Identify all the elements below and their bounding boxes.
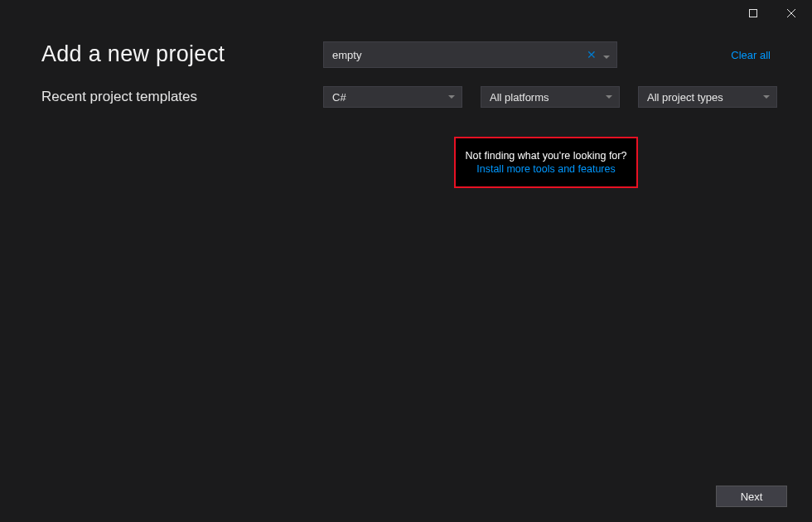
project-type-filter-value: All project types	[647, 91, 723, 104]
chevron-down-icon	[606, 95, 612, 99]
maximize-button[interactable]	[734, 0, 772, 27]
chevron-down-icon	[448, 95, 455, 99]
language-filter[interactable]: C#	[323, 86, 462, 108]
platform-filter-value: All platforms	[490, 91, 549, 104]
maximize-icon	[749, 9, 757, 17]
svg-rect-0	[750, 10, 757, 17]
next-button[interactable]: Next	[716, 486, 787, 507]
install-hint-callout: Not finding what you're looking for? Ins…	[454, 137, 638, 188]
chevron-down-icon	[603, 56, 610, 59]
window-titlebar	[0, 0, 812, 27]
search-input[interactable]	[324, 42, 583, 67]
clear-search-icon[interactable]: ✕	[583, 48, 600, 61]
clear-all-link[interactable]: Clear all	[731, 49, 771, 61]
recent-templates-heading: Recent project templates	[41, 89, 323, 105]
search-box[interactable]: ✕	[323, 41, 617, 68]
platform-filter[interactable]: All platforms	[481, 86, 620, 108]
search-dropdown-button[interactable]	[600, 47, 616, 62]
language-filter-value: C#	[332, 91, 346, 104]
page-title: Add a new project	[41, 41, 323, 67]
close-icon	[787, 9, 795, 17]
chevron-down-icon	[763, 95, 770, 99]
close-button[interactable]	[772, 0, 810, 27]
project-type-filter[interactable]: All project types	[638, 86, 777, 108]
hint-text: Not finding what you're looking for?	[464, 150, 628, 162]
install-tools-link[interactable]: Install more tools and features	[464, 163, 628, 175]
